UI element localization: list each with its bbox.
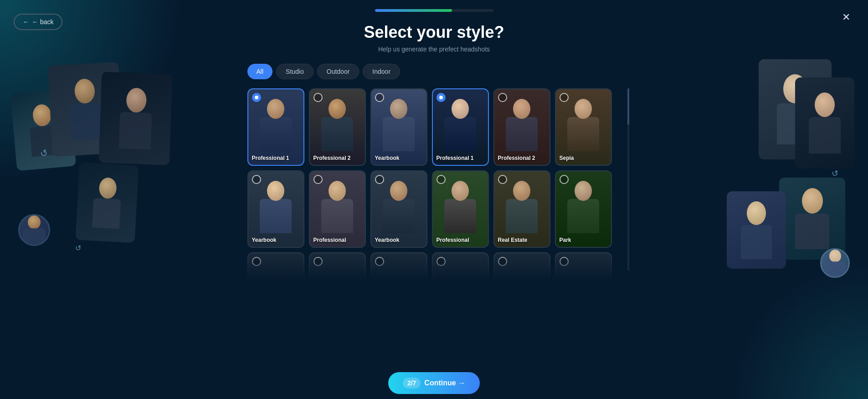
- card-label-8: Professional: [313, 237, 346, 243]
- radio-real-estate[interactable]: [498, 175, 507, 184]
- card-label-7: Yearbook: [252, 237, 277, 243]
- head-3: [390, 99, 407, 119]
- continue-label: Continue →: [424, 379, 465, 387]
- card-label-6: Sepia: [560, 155, 574, 161]
- head-8: [329, 181, 346, 201]
- right-arrow-decoration: ↺: [832, 169, 838, 179]
- left-avatar: [18, 214, 50, 246]
- filter-tab-outdoor[interactable]: Outdoor: [317, 64, 360, 79]
- body-10: [444, 199, 476, 233]
- style-card-professional2-female[interactable]: Professional 2: [493, 88, 550, 166]
- body-9: [383, 199, 415, 233]
- main-container: ← ← back ✕: [0, 0, 868, 399]
- radio-professional2-male[interactable]: [313, 93, 323, 102]
- style-grid-row1: Professional 1 Professional 2: [247, 88, 621, 166]
- head-5: [513, 99, 530, 119]
- head-10: [452, 181, 469, 201]
- right-photo-3: [779, 178, 845, 260]
- left-photo-3: [99, 72, 173, 165]
- close-icon: ✕: [842, 11, 850, 23]
- card-label-2: Professional 2: [313, 155, 351, 161]
- head-1: [267, 99, 284, 119]
- style-card-professional2-male[interactable]: Professional 2: [309, 88, 366, 166]
- head-6: [575, 99, 592, 119]
- head-11: [513, 181, 530, 201]
- right-decoration: ↺: [718, 59, 854, 287]
- style-card-sepia[interactable]: Sepia: [555, 88, 612, 166]
- card-label-5: Professional 2: [498, 155, 535, 161]
- radio-professional1-female[interactable]: [437, 93, 446, 102]
- style-card-professional-outdoor[interactable]: Professional: [432, 170, 489, 248]
- back-arrow-icon: ←: [23, 18, 29, 26]
- head-9: [390, 181, 407, 201]
- filter-tab-all[interactable]: All: [247, 64, 273, 79]
- body-12: [567, 199, 599, 233]
- step-badge: 2/7: [403, 378, 421, 389]
- style-card-professional1-female[interactable]: Professional 1: [432, 88, 489, 166]
- radio-park[interactable]: [560, 175, 569, 184]
- body-2: [321, 117, 353, 151]
- body-6: [567, 117, 599, 151]
- radio-sepia[interactable]: [560, 93, 569, 102]
- body-1: [260, 117, 292, 151]
- body-7: [260, 199, 292, 233]
- style-grid-row2: Yearbook Professional Ye: [247, 170, 621, 248]
- page-title: Select your style?: [364, 23, 504, 42]
- filter-tab-studio[interactable]: Studio: [276, 64, 313, 79]
- radio-professional2-female[interactable]: [498, 93, 507, 102]
- progress-bar: [375, 9, 493, 12]
- fade-overlay: [247, 252, 621, 280]
- card-label-3: Yearbook: [375, 155, 400, 161]
- progress-bar-fill: [375, 9, 452, 12]
- page-subtitle: Help us generate the prefect headshots: [378, 46, 490, 53]
- head-12: [575, 181, 592, 201]
- body-11: [506, 199, 538, 233]
- radio-professional-outdoor[interactable]: [437, 175, 446, 184]
- head-2: [329, 99, 346, 119]
- body-4: [444, 117, 476, 151]
- card-label-11: Real Estate: [498, 237, 528, 243]
- radio-yearbook-female2[interactable]: [375, 175, 384, 184]
- style-card-park[interactable]: Park: [555, 170, 612, 248]
- filter-tabs: All Studio Outdoor Indoor: [247, 64, 401, 79]
- style-card-professional-female2[interactable]: Professional: [309, 170, 366, 248]
- back-label: ← back: [32, 18, 53, 26]
- body-8: [321, 199, 353, 233]
- card-label-4: Professional 1: [437, 155, 474, 161]
- card-label-9: Yearbook: [375, 237, 400, 243]
- close-button[interactable]: ✕: [838, 9, 854, 26]
- radio-professional-female2[interactable]: [313, 175, 323, 184]
- continue-button[interactable]: 2/7 Continue →: [388, 372, 480, 394]
- body-3: [383, 117, 415, 151]
- radio-professional1-male[interactable]: [252, 93, 261, 102]
- card-label-1: Professional 1: [252, 155, 289, 161]
- head-7: [267, 181, 284, 201]
- card-label-10: Professional: [437, 237, 469, 243]
- bottom-bar: 2/7 Continue →: [0, 367, 868, 399]
- radio-yearbook-female[interactable]: [252, 175, 261, 184]
- body-5: [506, 117, 538, 151]
- head-4: [452, 99, 469, 119]
- right-photo-4: [727, 191, 786, 269]
- right-avatar: [820, 248, 850, 278]
- scroll-thumb: [627, 88, 629, 125]
- left-decoration: ↺ ↺: [14, 64, 169, 264]
- style-card-yearbook-female[interactable]: Yearbook: [247, 170, 304, 248]
- right-photo-2: [795, 77, 854, 169]
- card-label-12: Park: [560, 237, 571, 243]
- style-grid-row3-partial: [247, 252, 621, 280]
- content-panel: Select your style? Help us generate the …: [247, 9, 621, 280]
- filter-tab-indoor[interactable]: Indoor: [363, 64, 400, 79]
- style-card-yearbook-male[interactable]: Yearbook: [370, 88, 427, 166]
- left-arrow-decoration-2: ↺: [75, 244, 81, 252]
- radio-yearbook-male[interactable]: [375, 93, 384, 102]
- style-card-yearbook-female2[interactable]: Yearbook: [370, 170, 427, 248]
- scroll-indicator[interactable]: [627, 88, 629, 271]
- back-button[interactable]: ← ← back: [14, 14, 62, 30]
- style-card-professional1-male[interactable]: Professional 1: [247, 88, 304, 166]
- style-card-real-estate[interactable]: Real Estate: [493, 170, 550, 248]
- left-photo-4: [76, 163, 139, 243]
- style-grid-wrapper: Professional 1 Professional 2: [247, 88, 621, 280]
